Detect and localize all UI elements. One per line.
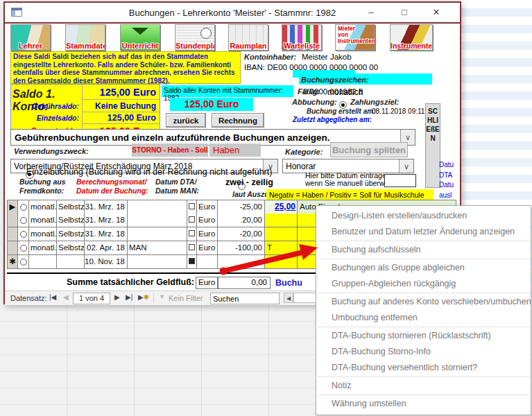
cell-who[interactable]: Selbstz. — [57, 214, 85, 227]
einzelsaldo-label: Einzelsaldo: — [11, 112, 82, 124]
menu-item-umbuchung-entfernen[interactable]: Umbuchung entfernen — [316, 310, 531, 326]
menu-item-waehrung-umstellen[interactable]: Währung umstellen — [316, 396, 531, 412]
cell-freq[interactable] — [29, 255, 57, 269]
cell-dta[interactable]: MAN 03.04.2018 — [128, 241, 187, 255]
stundenplan-button[interactable]: Stundenplan — [175, 24, 215, 51]
cell-extra-value[interactable] — [265, 214, 298, 227]
instrumente-button[interactable]: Instrumente — [390, 24, 433, 51]
row-checkbox[interactable] — [187, 241, 197, 255]
cell-who[interactable] — [57, 255, 85, 269]
header-fremdkonto: Buchung aus Fremdkonto: — [19, 177, 66, 196]
row-checkbox[interactable] — [187, 200, 197, 214]
menu-separator — [318, 293, 529, 293]
record-selector[interactable] — [7, 214, 18, 227]
cell-date[interactable]: 31. Mrz. 18 — [85, 227, 128, 241]
reconciled-label: Zuletzt abgeglichen am: — [293, 116, 372, 123]
row-radio[interactable] — [18, 241, 29, 255]
row-checkbox[interactable] — [187, 227, 197, 241]
row-radio[interactable] — [18, 255, 29, 269]
cell-freq[interactable]: monatl. — [29, 200, 57, 214]
new-record-button[interactable]: ▶✱ — [138, 293, 149, 301]
record-selector[interactable] — [7, 241, 18, 255]
window-title: Buchungen - Lehrerkonto 'Meister' - Stam… — [5, 8, 460, 18]
buchungszeichen-bar: Buchungszeichen: 0.0000.001982.8 — [299, 73, 432, 85]
cell-currency[interactable]: Euro — [197, 214, 218, 227]
record-selector[interactable]: ✱ — [7, 255, 18, 269]
row-radio[interactable] — [18, 214, 29, 227]
title-bar[interactable]: Buchungen - Lehrerkonto 'Meister' - Stam… — [5, 3, 460, 22]
stamm-saldo-value: 125,00 Euro — [170, 98, 253, 111]
cell-who[interactable]: Selbstz. — [57, 227, 85, 241]
datensatz-label: Datensatz: — [10, 294, 47, 302]
hscroll-left-button[interactable]: ◀ — [284, 293, 293, 303]
menu-separator — [318, 327, 529, 327]
menu-item-gruppen-rueckgaengig[interactable]: Gruppen-Abgleichen rückgängig — [316, 276, 531, 292]
negativ-hint: Negativ = Haben / Positiv = Soll für Mus… — [266, 189, 434, 200]
row-radio[interactable] — [18, 200, 29, 214]
new-record-arrow: ▶ — [138, 293, 144, 301]
maximize-button[interactable]: □ — [397, 6, 411, 19]
cell-amount[interactable]: -25,00 — [218, 200, 265, 214]
raumplan-button[interactable]: Raumplan — [228, 24, 268, 51]
cell-extra-value[interactable]: 25,00 — [265, 200, 298, 214]
manual-date-input[interactable] — [384, 174, 416, 187]
record-count-box[interactable]: 1 von 4 — [73, 293, 110, 304]
menu-item-konto-verschieben[interactable]: Buchung auf anderes Konto verschieben/um… — [316, 294, 531, 310]
stammdaten-button[interactable]: Stammdaten — [65, 24, 105, 51]
menu-item-buchung-aufschluesseln[interactable]: Buchung aufschlüsseln — [316, 242, 531, 258]
zurueck-button[interactable]: zurück — [166, 113, 206, 128]
schliessen-button[interactable]: SCHLIEßEN — [425, 103, 440, 188]
cell-freq[interactable]: monatl. — [29, 227, 57, 241]
record-selector[interactable]: ▶ — [7, 200, 18, 214]
storno-toggle[interactable]: STORNO - Haben - Soll — [132, 144, 208, 157]
cell-dta[interactable] — [128, 255, 187, 269]
menu-item-gruppe-abgleichen[interactable]: Buchungen als Gruppe abgleichen — [316, 260, 531, 276]
row-radio[interactable] — [18, 227, 29, 241]
cell-currency[interactable]: Euro — [197, 200, 218, 214]
header-datum-dta: Datum DTA/ Datum MAN: — [155, 177, 199, 196]
unterricht-button[interactable]: Unterricht — [120, 24, 160, 51]
rechnung-button[interactable]: Rechnung — [212, 113, 264, 128]
cell-date[interactable]: 02. Apr. 18 — [85, 241, 128, 255]
mieter-von-instrumenten-button[interactable]: Mieter von Instrumenten — [335, 24, 375, 51]
menu-item-dta-stornieren[interactable]: DTA-Buchung stornieren (Rücklastschrift) — [316, 328, 531, 344]
previous-record-button[interactable]: ◀ — [63, 293, 69, 301]
close-button[interactable]: ✕ — [429, 6, 443, 19]
last-record-button[interactable]: ▶| — [126, 293, 132, 301]
first-record-button[interactable]: |◀ — [49, 293, 56, 301]
nav-separator — [153, 293, 154, 303]
lehrer-button[interactable]: Lehrer — [10, 24, 51, 51]
menu-item-notiz[interactable]: Notiz — [316, 378, 531, 394]
search-input[interactable] — [210, 293, 280, 304]
toolbar-label: Stammdaten — [66, 42, 105, 50]
chevron-down-icon[interactable]: ∨ — [399, 159, 413, 173]
buchung-splitten-button[interactable]: Buchung splitten — [330, 142, 408, 157]
toolbar-label: Mieter von Instrumenten — [338, 26, 375, 44]
row-checkbox[interactable] — [187, 255, 197, 269]
record-selector[interactable] — [7, 227, 18, 241]
screen: Buchungen - Lehrerkonto 'Meister' - Stam… — [0, 0, 532, 416]
cell-freq[interactable]: monatl. — [29, 214, 57, 227]
minimize-button[interactable]: – — [364, 6, 378, 19]
warteliste-button[interactable]: Warteliste — [282, 24, 322, 51]
cell-dta[interactable] — [128, 214, 187, 227]
menu-item-dta-versehentlich[interactable]: DTA-Buchung versehentlich storniert? — [316, 360, 531, 376]
saldo1-value: 125,00 Euro — [82, 85, 160, 100]
cell-amount[interactable]: 20,00 — [218, 214, 265, 227]
cell-date[interactable]: 31. Mrz. 18 — [85, 214, 128, 227]
row-checkbox[interactable] — [187, 214, 197, 227]
menu-item-benutzer-datum[interactable]: Benutzer und Datum letzter Änderung anze… — [316, 224, 531, 240]
cell-dta[interactable] — [128, 227, 187, 241]
menu-item-design-listen[interactable]: Design-Listen erstellen/ausdrucken — [316, 208, 531, 224]
cell-who[interactable]: Selbstz. — [57, 241, 85, 255]
cell-dta[interactable] — [128, 200, 187, 214]
next-record-button[interactable]: ▶ — [114, 293, 120, 301]
cell-freq[interactable]: monatl. — [29, 241, 57, 255]
haben-value[interactable]: Haben — [209, 144, 261, 157]
menu-item-dta-storno-info[interactable]: DTA-Buchung Storno-Info — [316, 344, 531, 360]
cell-who[interactable]: Selbstz. — [57, 200, 85, 214]
filter-icon[interactable]: ▼ — [159, 293, 165, 300]
kein-filter-label[interactable]: Kein Filter — [169, 294, 203, 302]
cell-date[interactable]: 10. Nov. 18 — [85, 255, 128, 269]
cell-date[interactable]: 31. Mrz. 18 — [85, 200, 128, 214]
